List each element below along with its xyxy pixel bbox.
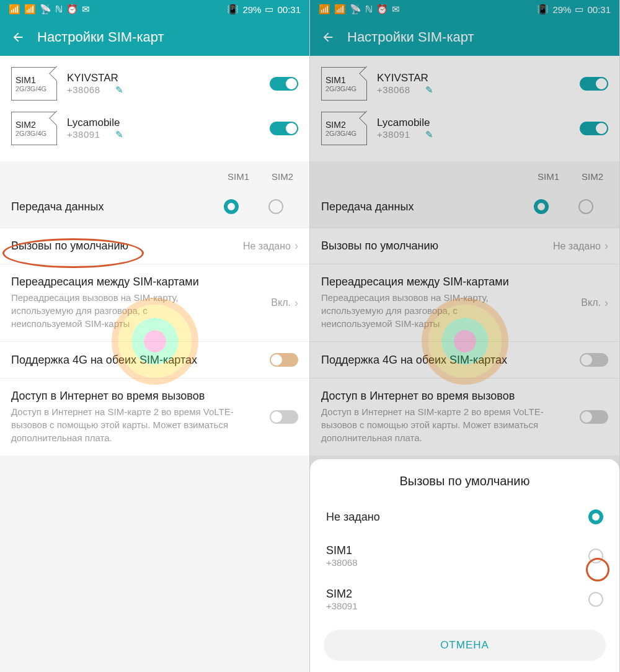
- chevron-right-icon: ›: [604, 240, 608, 253]
- default-calls-dialog: Вызовы по умолчанию Не задано SIM1 +3806…: [310, 459, 619, 672]
- default-calls-row[interactable]: Вызовы по умолчанию Не задано ›: [310, 228, 619, 264]
- radio-notset[interactable]: [588, 509, 603, 524]
- internet-toggle[interactable]: [270, 410, 298, 424]
- radio-sim1[interactable]: [588, 549, 603, 563]
- dual-4g-toggle[interactable]: [270, 353, 298, 367]
- sim2-row: SIM2 2G/3G/4G Lycamobile +38091 ✎: [11, 112, 298, 145]
- back-icon[interactable]: [321, 30, 335, 44]
- mail-icon: ✉: [392, 4, 400, 15]
- sim2-toggle[interactable]: [270, 122, 298, 135]
- radio-sim2[interactable]: [588, 592, 603, 607]
- data-transfer-row[interactable]: Передача данных: [11, 192, 298, 222]
- chevron-right-icon: ›: [294, 240, 298, 253]
- sim2-card-icon: SIM2 2G/3G/4G: [11, 112, 57, 145]
- status-bar: 📶 📶 📡 ℕ ⏰ ✉ 📳 29% ▭ 00:31: [310, 0, 619, 19]
- chevron-right-icon: ›: [604, 297, 608, 310]
- signal-icon: 📶: [319, 4, 330, 15]
- nfc-icon: ℕ: [365, 4, 373, 15]
- sim2-number: +38091: [67, 129, 100, 140]
- data-sim2-radio[interactable]: [268, 199, 283, 214]
- screen-right: 📶 📶 📡 ℕ ⏰ ✉ 📳 29% ▭ 00:31 Настройки SIM-…: [310, 0, 620, 672]
- dialog-option-notset[interactable]: Не задано: [310, 500, 619, 534]
- page-title: Настройки SIM-карт: [347, 29, 474, 45]
- edit-icon[interactable]: ✎: [425, 129, 434, 140]
- clock-text: 00:31: [277, 4, 301, 15]
- sim1-operator: KYIVSTAR: [67, 72, 118, 84]
- alarm-icon: ⏰: [66, 4, 78, 15]
- data-transfer-row[interactable]: Передача данных: [321, 192, 608, 222]
- sim1-toggle[interactable]: [270, 77, 298, 91]
- internet-during-call-row[interactable]: Доступ в Интернет во время вызовов Досту…: [310, 378, 619, 455]
- dual-4g-row[interactable]: Поддержка 4G на обеих SIM-картах: [310, 341, 619, 378]
- back-icon[interactable]: [11, 30, 25, 44]
- sim1-card-icon: SIM1 2G/3G/4G: [11, 67, 57, 101]
- call-forward-row[interactable]: Переадресация между SIM-картами Переадре…: [310, 264, 619, 341]
- mail-icon: ✉: [82, 4, 90, 15]
- watermark: [422, 298, 508, 385]
- edit-icon[interactable]: ✎: [425, 84, 434, 95]
- status-bar: 📶 📶 📡 ℕ ⏰ ✉ 📳 29% ▭ 00:31: [0, 0, 309, 19]
- dialog-option-sim1[interactable]: SIM1 +38068: [310, 534, 619, 578]
- col-sim1: SIM1: [228, 171, 249, 182]
- data-sim2-radio[interactable]: [578, 199, 593, 214]
- wifi-icon: 📡: [350, 4, 361, 15]
- sim1-row: SIM1 2G/3G/4G KYIVSTAR +38068 ✎: [11, 67, 298, 101]
- edit-icon[interactable]: ✎: [115, 129, 124, 140]
- sim2-card-icon: SIM2 2G/3G/4G: [321, 112, 367, 145]
- col-sim2: SIM2: [272, 171, 293, 182]
- sim2-toggle[interactable]: [580, 122, 608, 135]
- sim1-toggle[interactable]: [580, 77, 608, 91]
- chevron-right-icon: ›: [294, 297, 298, 310]
- clock-text: 00:31: [587, 4, 611, 15]
- internet-during-call-row[interactable]: Доступ в Интернет во время вызовов Досту…: [0, 378, 309, 455]
- dialog-option-sim2[interactable]: SIM2 +38091: [310, 578, 619, 621]
- battery-text: 29%: [552, 4, 571, 15]
- vibrate-icon: 📳: [227, 4, 239, 15]
- cancel-button[interactable]: ОТМЕНА: [324, 630, 606, 661]
- battery-text: 29%: [242, 4, 261, 15]
- dual-4g-row[interactable]: Поддержка 4G на обеих SIM-картах: [0, 341, 309, 378]
- nfc-icon: ℕ: [55, 4, 63, 15]
- sim1-card-icon: SIM1 2G/3G/4G: [321, 67, 367, 101]
- signal-icon: 📶: [24, 4, 36, 15]
- vibrate-icon: 📳: [537, 4, 549, 15]
- alarm-icon: ⏰: [376, 4, 388, 15]
- header: Настройки SIM-карт: [310, 19, 619, 56]
- battery-icon: ▭: [265, 4, 273, 15]
- dual-4g-toggle[interactable]: [580, 353, 608, 367]
- page-title: Настройки SIM-карт: [37, 29, 164, 45]
- edit-icon[interactable]: ✎: [115, 84, 124, 95]
- signal-icon: 📶: [334, 4, 346, 15]
- battery-icon: ▭: [575, 4, 583, 15]
- internet-toggle[interactable]: [580, 410, 608, 424]
- sim1-number: +38068: [67, 84, 100, 95]
- wifi-icon: 📡: [40, 4, 51, 15]
- screen-left: 📶 📶 📡 ℕ ⏰ ✉ 📳 29% ▭ 00:31 Настройки SIM-…: [0, 0, 310, 672]
- dialog-title: Вызовы по умолчанию: [310, 472, 619, 500]
- data-sim1-radio[interactable]: [224, 199, 239, 214]
- header: Настройки SIM-карт: [0, 19, 309, 56]
- call-forward-row[interactable]: Переадресация между SIM-картами Переадре…: [0, 264, 309, 341]
- default-calls-row[interactable]: Вызовы по умолчанию Не задано ›: [0, 228, 309, 264]
- signal-icon: 📶: [9, 4, 20, 15]
- data-sim1-radio[interactable]: [534, 199, 549, 214]
- sim2-operator: Lycamobile: [67, 117, 120, 128]
